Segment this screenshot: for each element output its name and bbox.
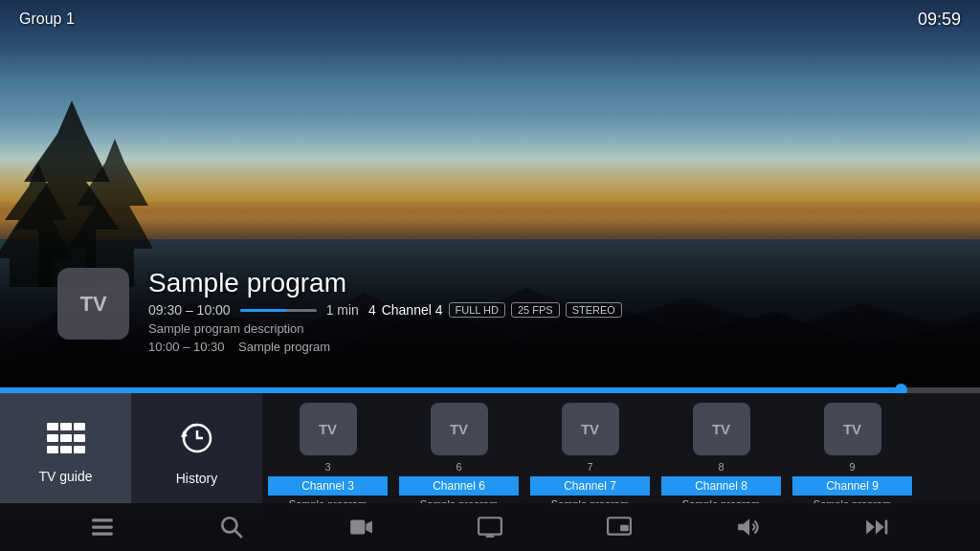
svg-rect-21 — [350, 519, 365, 534]
svg-rect-7 — [74, 423, 85, 430]
history-label: History — [176, 471, 218, 486]
svg-rect-16 — [93, 518, 114, 521]
channel-3-name: Channel 3 — [268, 476, 388, 496]
program-time: 09:30 – 10:00 — [148, 302, 231, 318]
channel-8-num: 8 — [718, 461, 724, 473]
svg-rect-9 — [60, 434, 72, 442]
channel-7-name: Channel 7 — [530, 476, 650, 496]
svg-rect-10 — [74, 434, 85, 442]
channel-info: 4 Channel 4 FULL HD 25 FPS STEREO — [368, 302, 622, 318]
channel-9-info: 9 — [849, 461, 855, 474]
channel-6-logo: TV — [431, 403, 488, 455]
tv-guide-tile[interactable]: TV guide — [0, 393, 131, 513]
record-button[interactable] — [348, 515, 373, 540]
channel-logo: TV — [57, 268, 129, 340]
channel-7-logo: TV — [562, 403, 619, 455]
channel-9-name: Channel 9 — [792, 476, 912, 496]
bottom-panel: TV guide History TV 3 Channel 3 Sample p… — [0, 393, 980, 513]
svg-rect-31 — [885, 519, 888, 534]
screen-button[interactable] — [478, 515, 502, 540]
program-details: Sample program 09:30 – 10:00 1 min 4 Cha… — [148, 268, 622, 354]
clock: 09:59 — [918, 10, 961, 30]
tv-guide-label: TV guide — [38, 469, 92, 484]
pip-button[interactable] — [607, 515, 632, 540]
channel-8-name: Channel 8 — [661, 476, 781, 496]
svg-rect-8 — [47, 434, 58, 442]
svg-marker-28 — [738, 518, 749, 535]
channel-7-num: 7 — [587, 461, 592, 473]
history-tile[interactable]: History — [131, 393, 262, 513]
svg-rect-6 — [60, 423, 72, 430]
channel-number: 4 — [368, 302, 376, 318]
forward-button[interactable] — [864, 515, 889, 540]
svg-marker-30 — [876, 519, 884, 534]
channel-6-name: Channel 6 — [399, 476, 519, 496]
svg-rect-18 — [93, 532, 114, 535]
channel-tile-9[interactable]: TV 9 Channel 9 Sample program — [787, 393, 918, 513]
channel-3-logo: TV — [300, 403, 357, 455]
channel-7-info: 7 — [587, 461, 592, 474]
channel-9-num: 9 — [849, 461, 855, 473]
channel-tile-3[interactable]: TV 3 Channel 3 Sample program — [262, 393, 393, 513]
program-progress-bar — [240, 309, 317, 312]
menu-button[interactable] — [90, 515, 115, 540]
top-bar: Group 1 09:59 — [0, 0, 980, 38]
channel-6-info: 6 — [456, 461, 461, 474]
svg-marker-22 — [367, 521, 373, 534]
svg-rect-27 — [620, 525, 629, 532]
volume-button[interactable] — [736, 515, 761, 540]
tv-guide-icon — [47, 423, 85, 461]
badge-fullhd: FULL HD — [449, 302, 505, 318]
svg-line-20 — [235, 531, 242, 538]
program-description: Sample program description — [148, 321, 622, 336]
svg-rect-12 — [60, 446, 72, 453]
svg-point-19 — [223, 518, 237, 532]
channel-6-num: 6 — [456, 461, 461, 473]
svg-rect-23 — [479, 518, 501, 534]
svg-rect-5 — [47, 423, 58, 430]
svg-rect-11 — [47, 446, 58, 453]
badge-fps: 25 FPS — [511, 302, 560, 318]
channel-tile-7[interactable]: TV 7 Channel 7 Sample program — [524, 393, 656, 513]
program-info: TV Sample program 09:30 – 10:00 1 min 4 … — [57, 268, 622, 354]
svg-marker-29 — [867, 519, 876, 534]
channel-tile-6[interactable]: TV 6 Channel 6 Sample program — [393, 393, 524, 513]
next-program: 10:00 – 10:30 Sample program — [148, 340, 622, 354]
channel-3-info: 3 — [324, 461, 330, 474]
program-time-row: 09:30 – 10:00 1 min 4 Channel 4 FULL HD … — [148, 302, 622, 318]
nav-bar — [0, 503, 980, 551]
group-label: Group 1 — [19, 11, 75, 28]
program-title: Sample program — [148, 268, 622, 298]
history-icon — [180, 421, 214, 463]
channel-8-logo: TV — [693, 403, 750, 455]
svg-rect-17 — [93, 525, 114, 528]
channel-name: Channel 4 — [382, 302, 443, 318]
channel-8-info: 8 — [718, 461, 724, 474]
svg-rect-13 — [74, 446, 85, 453]
channel-tile-8[interactable]: TV 8 Channel 8 Sample program — [656, 393, 787, 513]
program-duration: 1 min — [326, 302, 359, 318]
channel-3-num: 3 — [324, 461, 330, 473]
search-button[interactable] — [219, 515, 244, 540]
badge-stereo: STEREO — [566, 302, 622, 318]
channel-9-logo: TV — [824, 403, 881, 455]
